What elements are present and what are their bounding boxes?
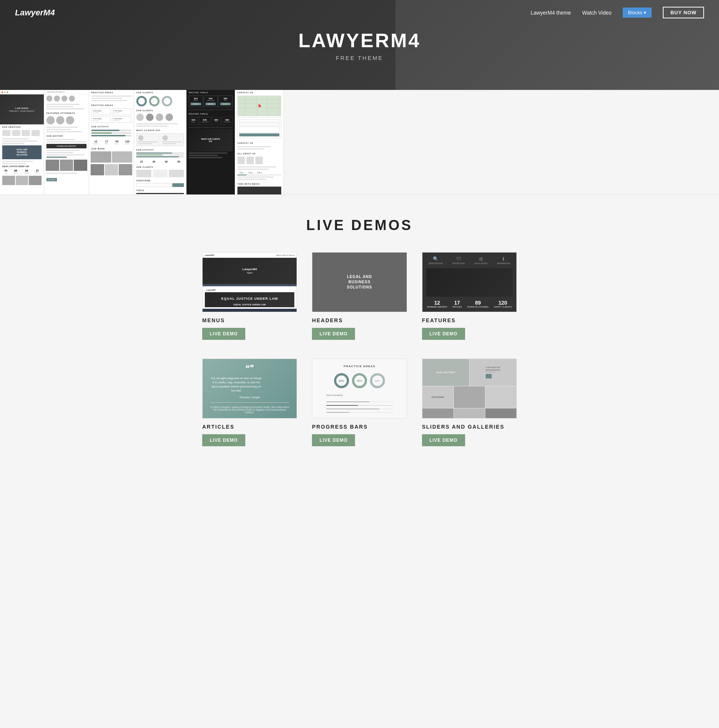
demo-btn-progress[interactable]: LIVE DEMO xyxy=(312,434,355,446)
theme-link[interactable]: LawyerM4 theme xyxy=(531,10,571,16)
demo-btn-sliders[interactable]: LIVE DEMO xyxy=(422,434,465,446)
demo-thumbnail-features: 🔍 INVESTIGATION 🛡 PROTECTION ⚖ LEGAL ADV… xyxy=(422,252,517,312)
navbar: LawyerM4 LawyerM4 theme Watch Video Bloc… xyxy=(0,0,719,25)
demo-label-features: FEATURES xyxy=(422,317,517,323)
demo-thumbnail-articles: ❝❞ For all right judgment of man or thin… xyxy=(202,359,297,419)
demo-card-articles: ❝❞ For all right judgment of man or thin… xyxy=(202,359,297,446)
screenshot-page-4: OUR CLIENTS OUR CLIENTS WHAT CLIENTS SAY xyxy=(134,90,186,195)
navbar-links: LawyerM4 theme Watch Video Blocks ▾ BUY … xyxy=(531,7,704,18)
demo-thumbnail-progress: PRACTICE AREAS 64% 56% 34% PRACTICE AREA… xyxy=(312,359,407,419)
hero-title: LAWYERM4 xyxy=(298,29,421,52)
blocks-button[interactable]: Blocks ▾ xyxy=(623,8,652,18)
demo-label-sliders: SLIDERS AND GALLERIES xyxy=(422,424,517,430)
demo-card-progress: PRACTICE AREAS 64% 56% 34% PRACTICE AREA… xyxy=(312,359,407,446)
demo-thumbnail-headers: LEGAL ANDBUSINESSSOLUTIONS xyxy=(312,252,407,312)
hero-content: LAWYERM4 FREE THEME xyxy=(298,29,421,61)
chevron-down-icon: ▾ xyxy=(644,10,646,15)
demo-thumbnail-sliders: OUR HISTORY Lorem ipsum text OUR WORK xyxy=(422,359,517,419)
logo[interactable]: LawyerM4 xyxy=(15,8,531,18)
screenshot-page-1: LAWYERM4 PROTECT YOUR RIGHTS OUR SERVICE… xyxy=(0,90,44,195)
screenshot-page-2: FEATURED ATTORNEYS FEATURED ATTORNEYS OU… xyxy=(44,90,89,195)
demo-btn-menus[interactable]: LIVE DEMO xyxy=(202,328,245,340)
demo-thumbnail-menus: LawyerM4 Menu1 Menu2 Menu3 LawyerM4Tagli… xyxy=(202,252,297,312)
live-demos-title: LIVE DEMOS xyxy=(0,217,719,233)
demo-label-progress: PROGRESS BARS xyxy=(312,424,407,430)
screenshot-page-6: CONTACT US CONTACT US ALL ABOUT US xyxy=(235,90,284,195)
demo-label-headers: HEADERS xyxy=(312,317,407,323)
buy-now-button[interactable]: BUY NOW xyxy=(663,7,704,18)
demo-card-menus: LawyerM4 Menu1 Menu2 Menu3 LawyerM4Tagli… xyxy=(202,252,297,340)
demo-btn-headers[interactable]: LIVE DEMO xyxy=(312,328,355,340)
screenshot-page-3: PRACTICE AREAS PRACTICE AREAS Lorem Ipsu… xyxy=(89,90,134,195)
demo-card-sliders: OUR HISTORY Lorem ipsum text OUR WORK xyxy=(422,359,517,446)
demos-grid: LawyerM4 Menu1 Menu2 Menu3 LawyerM4Tagli… xyxy=(191,252,528,446)
blocks-label: Blocks xyxy=(628,10,642,15)
screenshots-strip: LAWYERM4 PROTECT YOUR RIGHTS OUR SERVICE… xyxy=(0,90,719,195)
watch-video-link[interactable]: Watch Video xyxy=(582,10,612,16)
demo-label-menus: MENUS xyxy=(202,317,297,323)
demo-card-features: 🔍 INVESTIGATION 🛡 PROTECTION ⚖ LEGAL ADV… xyxy=(422,252,517,340)
screenshot-page-5: PRICING TABLE $15 BASIC SELECT $45 STAND… xyxy=(186,90,235,195)
demo-card-headers: LEGAL ANDBUSINESSSOLUTIONS HEADERS LIVE … xyxy=(312,252,407,340)
demo-btn-features[interactable]: LIVE DEMO xyxy=(422,328,465,340)
demo-label-articles: ARTICLES xyxy=(202,424,297,430)
live-demos-section: LIVE DEMOS LawyerM4 Menu1 Menu2 Menu3 La… xyxy=(0,195,719,476)
hero-subtitle: FREE THEME xyxy=(298,55,421,61)
demo-btn-articles[interactable]: LIVE DEMO xyxy=(202,434,245,446)
